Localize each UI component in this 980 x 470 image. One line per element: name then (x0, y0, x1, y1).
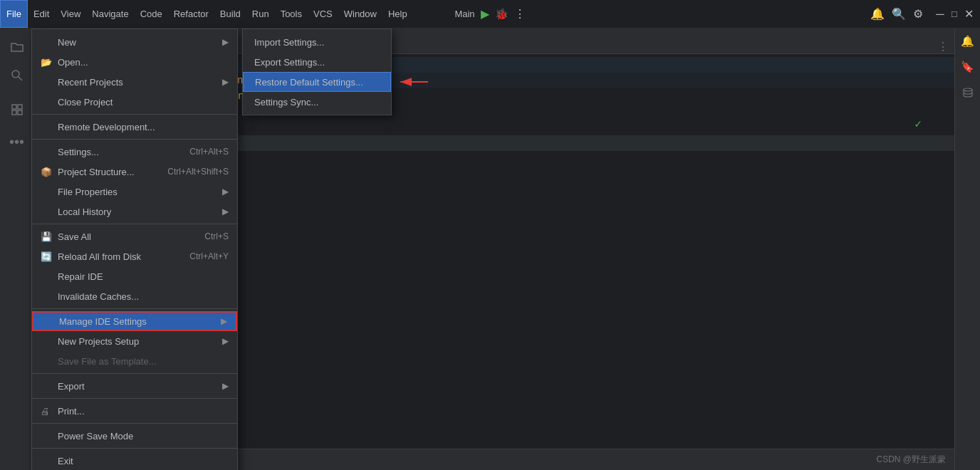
menu-manage-ide-settings[interactable]: Manage IDE Settings ▶ (32, 311, 237, 331)
menu-repair-ide[interactable]: Repair IDE (32, 266, 237, 286)
menu-new-projects-setup[interactable]: New Projects Setup ▶ (32, 331, 237, 351)
menu-file-properties[interactable]: File Properties ▶ (32, 182, 237, 202)
separator-3 (32, 224, 237, 224)
local-history-arrow: ▶ (222, 207, 229, 216)
menu-print[interactable]: 🖨 Print... (32, 401, 237, 421)
menu-save-file-template: Save File as Template... (32, 351, 237, 371)
submenu-export-settings[interactable]: Export Settings... (243, 52, 391, 72)
menu-reload-disk[interactable]: 🔄 Reload All from Disk Ctrl+Alt+Y (32, 246, 237, 266)
print-icon: 🖨 (41, 406, 55, 417)
menu-invalidate-caches[interactable]: Invalidate Caches... (32, 286, 237, 306)
menu-close-project[interactable]: Close Project (32, 92, 237, 112)
reload-icon: 🔄 (41, 251, 55, 262)
manage-ide-submenu: Import Settings... Export Settings... Re… (242, 28, 392, 115)
save-all-icon: 💾 (41, 231, 55, 242)
menu-remote-dev[interactable]: Remote Development... (32, 117, 237, 137)
menu-local-history[interactable]: Local History ▶ (32, 202, 237, 221)
new-projects-arrow: ▶ (222, 336, 229, 346)
export-arrow: ▶ (222, 381, 229, 391)
project-structure-icon: 📦 (41, 167, 55, 177)
menu-exit[interactable]: Exit (32, 451, 237, 470)
submenu-restore-default[interactable]: Restore Default Settings... (243, 72, 391, 92)
separator-5 (32, 373, 237, 374)
dropdown-overlay: New ▶ 📂 Open... Recent Projects ▶ Close … (0, 0, 980, 470)
file-props-arrow: ▶ (222, 187, 229, 197)
menu-settings[interactable]: Settings... Ctrl+Alt+S (32, 142, 237, 162)
recent-arrow-icon: ▶ (222, 77, 229, 87)
menu-project-structure[interactable]: 📦 Project Structure... Ctrl+Alt+Shift+S (32, 162, 237, 182)
separator-8 (32, 448, 237, 449)
open-icon: 📂 (41, 57, 55, 68)
manage-ide-arrow: ▶ (221, 316, 227, 326)
menu-export[interactable]: Export ▶ (32, 376, 237, 396)
menu-power-save[interactable]: Power Save Mode (32, 426, 237, 446)
separator-2 (32, 139, 237, 140)
red-arrow-indicator (392, 75, 435, 89)
menu-recent-projects[interactable]: Recent Projects ▶ (32, 72, 237, 92)
separator-6 (32, 398, 237, 399)
separator-4 (32, 308, 237, 309)
menu-new[interactable]: New ▶ (32, 32, 237, 52)
file-menu-dropdown: New ▶ 📂 Open... Recent Projects ▶ Close … (31, 28, 238, 470)
menu-save-all[interactable]: 💾 Save All Ctrl+S (32, 226, 237, 246)
separator-1 (32, 114, 237, 115)
submenu-settings-sync[interactable]: Settings Sync... (243, 92, 391, 112)
submenu-import-settings[interactable]: Import Settings... (243, 32, 391, 52)
menu-open[interactable]: 📂 Open... (32, 52, 237, 72)
separator-7 (32, 423, 237, 424)
new-arrow-icon: ▶ (222, 37, 229, 47)
